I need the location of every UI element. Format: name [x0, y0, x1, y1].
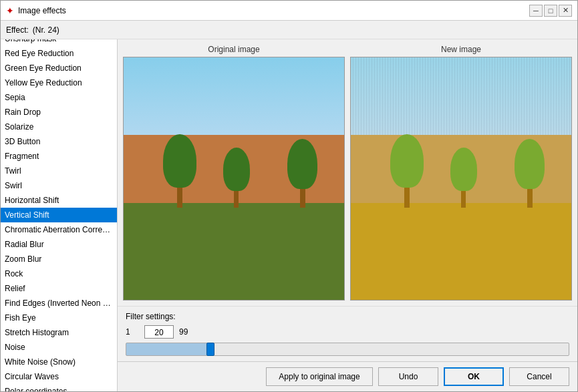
images-area: Original image — [118, 39, 577, 306]
left-panel: BlurGaussian BlurFast Gaussian BlurBlur … — [1, 39, 118, 391]
list-item[interactable]: Fish Eye — [1, 311, 117, 325]
slider-row: 1 20 99 — [126, 325, 569, 339]
list-item[interactable]: Stretch Histogram — [1, 325, 117, 340]
slider-fill — [126, 343, 210, 355]
list-item[interactable]: Horizontal Shift — [1, 193, 117, 208]
title-bar-left: ✦ Image effects — [6, 5, 66, 16]
new-image-section: New image — [350, 45, 572, 301]
undo-button[interactable]: Undo — [378, 367, 438, 386]
list-item[interactable]: Red Eye Reduction — [1, 46, 117, 61]
list-item[interactable]: Find Edges (Inverted Neon edge) — [1, 296, 117, 311]
main-content: BlurGaussian BlurFast Gaussian BlurBlur … — [1, 39, 577, 391]
list-item[interactable]: Swirl — [1, 178, 117, 193]
cancel-button[interactable]: Cancel — [509, 367, 569, 386]
title-bar: ✦ Image effects ─ □ ✕ — [1, 1, 577, 21]
list-item[interactable]: White Noise (Snow) — [1, 355, 117, 369]
effects-list[interactable]: BlurGaussian BlurFast Gaussian BlurBlur … — [1, 39, 117, 391]
list-item[interactable]: Yellow Eye Reduction — [1, 75, 117, 90]
list-item[interactable]: Circular Waves — [1, 369, 117, 384]
list-item[interactable]: Fragment — [1, 149, 117, 164]
slider-current-value[interactable]: 20 — [144, 325, 174, 339]
list-item[interactable]: Relief — [1, 281, 117, 296]
right-panel: Original image — [118, 39, 577, 391]
list-item[interactable]: Zoom Blur — [1, 252, 117, 266]
list-item[interactable]: Unsharp mask — [1, 39, 117, 46]
list-item[interactable]: Chromatic Aberration Correction — [1, 222, 117, 237]
maximize-button[interactable]: □ — [544, 5, 557, 17]
close-button[interactable]: ✕ — [559, 5, 572, 17]
filter-settings-area: Filter settings: 1 20 99 — [118, 306, 577, 361]
filter-settings-label: Filter settings: — [126, 312, 569, 321]
original-image-box — [123, 57, 345, 301]
list-item[interactable]: 3D Button — [1, 134, 117, 149]
window-title: Image effects — [18, 6, 66, 15]
slider-min-value: 1 — [126, 327, 139, 337]
original-image — [124, 57, 344, 300]
main-window: ✦ Image effects ─ □ ✕ Effect: (Nr. 24) B… — [0, 0, 578, 392]
app-icon: ✦ — [6, 5, 14, 16]
slider-thumb[interactable] — [206, 343, 214, 356]
bottom-buttons: Apply to original image Undo OK Cancel — [118, 361, 577, 391]
original-image-section: Original image — [123, 45, 345, 301]
list-item[interactable]: Solarize — [1, 120, 117, 134]
slider-max-value: 99 — [179, 327, 192, 337]
list-item[interactable]: Polar coordinates — [1, 384, 117, 391]
list-item[interactable]: Noise — [1, 340, 117, 355]
list-item[interactable]: Twirl — [1, 164, 117, 178]
ok-button[interactable]: OK — [444, 367, 504, 386]
effect-row: Effect: (Nr. 24) — [1, 21, 577, 39]
new-image-label: New image — [441, 45, 481, 54]
minimize-button[interactable]: ─ — [529, 5, 543, 17]
new-image — [351, 57, 571, 300]
effect-label: Effect: — [6, 25, 29, 35]
list-item[interactable]: Vertical Shift — [1, 208, 117, 222]
title-buttons: ─ □ ✕ — [529, 5, 572, 17]
list-item[interactable]: Rock — [1, 266, 117, 281]
list-item[interactable]: Green Eye Reduction — [1, 61, 117, 75]
list-item[interactable]: Radial Blur — [1, 237, 117, 252]
new-image-box — [350, 57, 572, 301]
list-item[interactable]: Rain Drop — [1, 105, 117, 120]
effect-value: (Nr. 24) — [33, 25, 59, 35]
list-item[interactable]: Sepia — [1, 90, 117, 105]
original-image-label: Original image — [208, 45, 259, 54]
slider-track[interactable] — [126, 343, 569, 356]
apply-button[interactable]: Apply to original image — [266, 367, 373, 386]
